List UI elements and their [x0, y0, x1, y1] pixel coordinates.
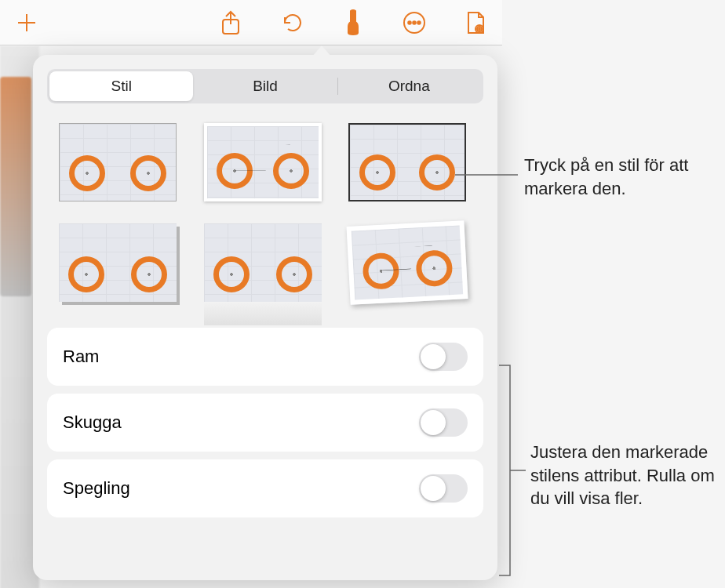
- document-view-button[interactable]: [457, 4, 494, 42]
- segmented-control: Stil Bild Ordna: [47, 69, 483, 103]
- style-option-1[interactable]: [55, 119, 180, 205]
- brush-icon: [341, 9, 365, 36]
- plus-icon: [15, 11, 38, 34]
- style-grid: [33, 119, 497, 328]
- format-popover: Stil Bild Ordna Ram: [33, 55, 497, 580]
- document-icon: [465, 10, 486, 35]
- toolbar-right: [212, 4, 494, 42]
- tab-ordna[interactable]: Ordna: [337, 71, 481, 101]
- callout-bottom: Justera den markerade stilens attribut. …: [530, 441, 719, 510]
- more-icon: [403, 11, 426, 34]
- callout-top: Tryck på en stil för att markera den.: [524, 154, 720, 200]
- style-option-2[interactable]: [200, 119, 326, 205]
- share-button[interactable]: [212, 4, 250, 42]
- svg-point-7: [417, 21, 421, 24]
- tab-stil[interactable]: Stil: [49, 71, 193, 101]
- setting-skugga[interactable]: Skugga: [47, 394, 483, 452]
- svg-point-6: [413, 21, 416, 24]
- style-option-4[interactable]: [55, 220, 180, 306]
- svg-point-10: [479, 28, 480, 30]
- settings-list: Ram Skugga Spegling: [33, 328, 497, 517]
- style-option-5[interactable]: [200, 220, 326, 306]
- setting-label: Spegling: [63, 478, 130, 499]
- toggle-spegling[interactable]: [419, 474, 468, 503]
- style-option-6[interactable]: [344, 220, 470, 306]
- share-icon: [220, 10, 242, 35]
- callout-bracket: [499, 361, 530, 580]
- popover-arrow: [312, 45, 331, 56]
- tab-bild[interactable]: Bild: [193, 71, 337, 101]
- toggle-skugga[interactable]: [419, 408, 468, 437]
- add-button[interactable]: [8, 4, 46, 42]
- toolbar-left: [8, 4, 46, 42]
- tab-label: Ordna: [388, 78, 430, 95]
- format-button[interactable]: [334, 4, 372, 42]
- setting-label: Ram: [63, 347, 99, 367]
- more-button[interactable]: [395, 4, 433, 42]
- tab-label: Stil: [111, 78, 131, 95]
- toolbar: [0, 0, 502, 45]
- setting-ram[interactable]: Ram: [47, 328, 483, 386]
- undo-button[interactable]: [273, 4, 311, 42]
- setting-label: Skugga: [63, 412, 122, 433]
- style-option-3[interactable]: [344, 119, 470, 205]
- setting-spegling[interactable]: Spegling: [47, 459, 483, 517]
- tab-label: Bild: [253, 78, 278, 95]
- undo-icon: [280, 12, 304, 34]
- toggle-ram[interactable]: [419, 343, 468, 371]
- svg-point-5: [408, 21, 411, 24]
